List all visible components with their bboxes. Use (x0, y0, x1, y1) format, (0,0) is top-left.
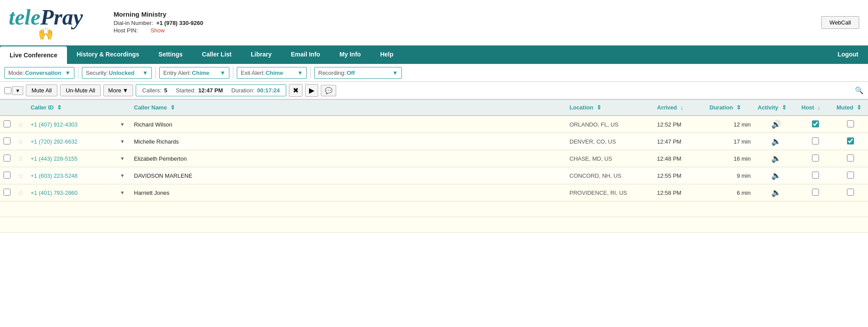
row-checkbox[interactable] (4, 189, 11, 196)
row-star-cell[interactable]: ☆ (14, 116, 27, 133)
select-all-checkbox[interactable] (4, 87, 11, 94)
expand-cell[interactable]: ▼ (115, 184, 130, 201)
more-dropdown[interactable]: More ▼ (103, 84, 133, 96)
star-icon[interactable]: ☆ (18, 155, 24, 162)
chat-button[interactable]: 💬 (321, 85, 336, 96)
host-checkbox[interactable] (812, 189, 819, 196)
muted-checkbox[interactable] (847, 172, 854, 179)
col-header-muted[interactable]: Muted ⇕ (833, 100, 868, 116)
muted-cell[interactable] (833, 184, 868, 201)
activity-cell[interactable]: 🔈 (754, 150, 798, 167)
activity-cell[interactable]: 🔊 (754, 116, 798, 133)
host-checkbox[interactable] (812, 120, 819, 127)
webcall-button[interactable]: WebCall (821, 16, 859, 29)
host-cell[interactable] (798, 116, 833, 133)
star-icon[interactable]: ☆ (18, 172, 24, 179)
muted-checkbox[interactable] (847, 155, 854, 162)
col-header-activity[interactable]: Activity ⇕ (754, 100, 798, 116)
row-checkbox-cell[interactable] (0, 133, 14, 150)
row-checkbox-cell[interactable] (0, 167, 14, 184)
nav-item-settings[interactable]: Settings (149, 46, 192, 64)
dial-in-label: Dial-in Number: (113, 20, 153, 26)
stop-button[interactable]: ✖ (289, 84, 302, 97)
search-button[interactable]: 🔍 (855, 86, 864, 95)
mode-dropdown[interactable]: Mode:Conversation ▼ (4, 67, 74, 79)
muted-checkbox[interactable] (847, 189, 854, 196)
entry-alert-dropdown[interactable]: Entry Alert:Chime ▼ (159, 67, 229, 79)
nav-item-live-conference[interactable]: Live Conference (0, 46, 67, 64)
nav-item-caller-list[interactable]: Caller List (192, 46, 241, 64)
host-checkbox[interactable] (812, 155, 819, 162)
row-checkbox-cell[interactable] (0, 184, 14, 201)
col-header-arrived[interactable]: Arrived ↓ (654, 100, 706, 116)
nav-item-my-info[interactable]: My Info (330, 46, 370, 64)
muted-cell[interactable] (833, 133, 868, 150)
host-pin-label: Host PIN: (113, 27, 138, 34)
host-cell[interactable] (798, 167, 833, 184)
location-sort-icon: ⇕ (597, 104, 601, 111)
expand-button[interactable]: ▼ (118, 172, 127, 179)
host-checkbox[interactable] (812, 137, 819, 144)
star-icon[interactable]: ☆ (18, 189, 24, 197)
col-header-location[interactable]: Location ⇕ (566, 100, 654, 116)
recording-dropdown[interactable]: Recording:Off ▼ (314, 67, 402, 79)
speaker-icon: 🔈 (771, 154, 781, 163)
nav-item-help[interactable]: Help (370, 46, 403, 64)
nav-item-library[interactable]: Library (241, 46, 281, 64)
unmute-all-button[interactable]: Un-Mute All (60, 84, 101, 96)
expand-cell[interactable]: ▼ (115, 167, 130, 184)
row-checkbox-cell[interactable] (0, 116, 14, 133)
recording-label: Recording: (318, 70, 346, 76)
activity-cell[interactable]: 🔈 (754, 167, 798, 184)
empty-cell (14, 217, 27, 233)
row-star-cell[interactable]: ☆ (14, 167, 27, 184)
logout-button[interactable]: Logout (828, 46, 868, 64)
row-checkbox[interactable] (4, 137, 11, 144)
row-star-cell[interactable]: ☆ (14, 150, 27, 167)
company-name: Morning Ministry (113, 11, 203, 18)
play-button[interactable]: ▶ (305, 84, 318, 97)
exit-alert-arrow: ▼ (297, 70, 303, 76)
star-icon[interactable]: ☆ (18, 138, 24, 145)
row-star-cell[interactable]: ☆ (14, 133, 27, 150)
callers-table: Caller ID ⇕ Caller Name ⇕ Location ⇕ Arr… (0, 100, 868, 233)
muted-checkbox[interactable] (847, 120, 854, 127)
activity-cell[interactable]: 🔈 (754, 133, 798, 150)
expand-button[interactable]: ▼ (118, 189, 127, 196)
exit-alert-label: Exit Alert: (241, 70, 265, 76)
host-cell[interactable] (798, 133, 833, 150)
expand-button[interactable]: ▼ (118, 121, 127, 128)
expand-cell[interactable]: ▼ (115, 116, 130, 133)
expand-button[interactable]: ▼ (118, 155, 127, 162)
star-icon[interactable]: ☆ (18, 121, 24, 128)
expand-cell[interactable]: ▼ (115, 133, 130, 150)
activity-cell[interactable]: 🔈 (754, 184, 798, 201)
nav-item-history-recordings[interactable]: History & Recordings (67, 46, 149, 64)
expand-button[interactable]: ▼ (118, 138, 127, 145)
muted-checkbox[interactable] (847, 137, 854, 144)
select-all-area[interactable]: ▼ (4, 86, 23, 95)
select-chevron[interactable]: ▼ (12, 86, 23, 95)
host-cell[interactable] (798, 150, 833, 167)
nav-item-email-info[interactable]: Email Info (281, 46, 330, 64)
muted-cell[interactable] (833, 150, 868, 167)
mute-all-button[interactable]: Mute All (26, 84, 57, 96)
col-header-caller-id[interactable]: Caller ID ⇕ (27, 100, 115, 116)
muted-cell[interactable] (833, 167, 868, 184)
expand-cell[interactable]: ▼ (115, 150, 130, 167)
security-dropdown[interactable]: Security:Unlocked ▼ (82, 67, 152, 79)
col-header-host[interactable]: Host ↓ (798, 100, 833, 116)
row-checkbox-cell[interactable] (0, 150, 14, 167)
col-header-duration[interactable]: Duration ⇕ (706, 100, 754, 116)
col-header-caller-name[interactable]: Caller Name ⇕ (130, 100, 566, 116)
row-checkbox[interactable] (4, 155, 11, 162)
muted-cell[interactable] (833, 116, 868, 133)
empty-cell (706, 201, 754, 217)
row-checkbox[interactable] (4, 120, 11, 127)
row-star-cell[interactable]: ☆ (14, 184, 27, 201)
host-checkbox[interactable] (812, 172, 819, 179)
host-pin-show[interactable]: Show (151, 27, 165, 34)
row-checkbox[interactable] (4, 172, 11, 179)
host-cell[interactable] (798, 184, 833, 201)
exit-alert-dropdown[interactable]: Exit Alert:Chime ▼ (237, 67, 307, 79)
